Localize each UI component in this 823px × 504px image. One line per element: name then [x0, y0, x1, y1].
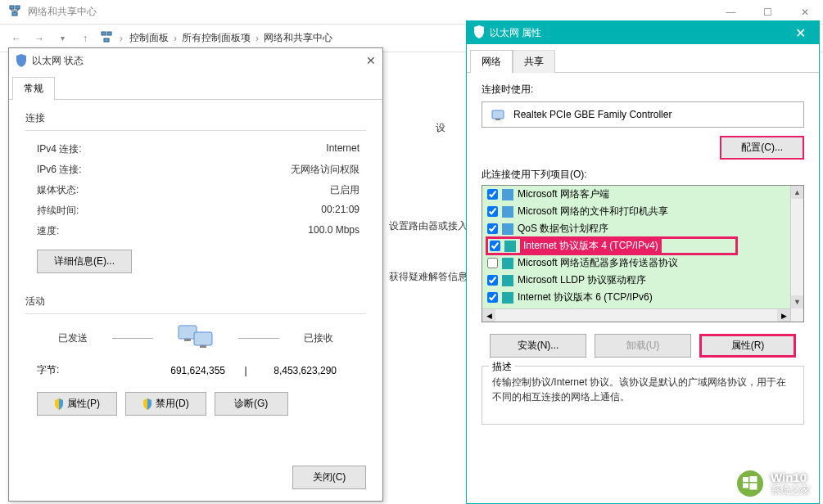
network-items-list[interactable]: Microsoft 网络客户端 Microsoft 网络的文件和打印机共享 Qo… [482, 185, 804, 322]
item-checkbox[interactable] [487, 223, 498, 234]
item-checkbox[interactable] [487, 292, 498, 303]
item-label: Microsoft LLDP 协议驱动程序 [518, 273, 646, 287]
received-label: 已接收 [304, 331, 333, 345]
protocol-icon [502, 292, 513, 304]
media-key: 媒体状态: [37, 183, 79, 197]
ipv4-key: IPv4 连接: [37, 142, 82, 156]
install-button[interactable]: 安装(N)... [490, 334, 586, 358]
divider [25, 130, 366, 131]
network-adapter-icon [491, 108, 507, 121]
description-box: 描述 传输控制协议/Internet 协议。该协议是默认的广域网络协议，用于在不… [482, 366, 804, 425]
svg-rect-16 [750, 484, 757, 490]
item-checkbox[interactable] [487, 275, 498, 286]
duration-value: 00:21:09 [321, 204, 359, 218]
bg-text: 设置路由器或接入 [389, 219, 468, 233]
close-button[interactable]: ✕ [788, 25, 812, 41]
shield-icon [473, 25, 485, 41]
item-checkbox[interactable] [490, 241, 500, 251]
speed-key: 速度: [37, 224, 59, 238]
items-label: 此连接使用下列项目(O): [482, 168, 804, 182]
activity-graphic: 已发送 已接收 [25, 322, 366, 353]
list-item[interactable]: QoS 数据包计划程序 [482, 220, 803, 237]
close-button[interactable]: ✕ [366, 54, 376, 67]
nav-forward-button[interactable]: → [31, 30, 47, 47]
close-dialog-button[interactable]: 关闭(C) [292, 466, 366, 489]
breadcrumb-sep-icon: › [120, 33, 123, 44]
activity-line [112, 338, 153, 339]
breadcrumb-item[interactable]: 网络和共享中心 [264, 31, 332, 45]
item-label: Microsoft 网络的文件和打印机共享 [518, 205, 668, 218]
app-icon [8, 4, 21, 20]
list-item-selected[interactable]: Internet 协议版本 4 (TCP/IPv4) [486, 236, 738, 255]
nav-up-button[interactable]: ↑ [77, 30, 93, 47]
properties-button[interactable]: 属性(R) [699, 334, 796, 358]
protocol-icon [502, 258, 513, 269]
description-text: 传输控制协议/Internet 协议。该协议是默认的广域网络协议，用于在不同的相… [492, 375, 794, 404]
breadcrumb-icon [100, 30, 113, 46]
svg-rect-9 [200, 345, 206, 348]
item-label: Internet 协议版本 4 (TCP/IPv4) [520, 239, 662, 253]
nav-history-button[interactable]: ▾ [54, 30, 70, 47]
breadcrumb-item[interactable]: 控制面板 [129, 31, 169, 45]
client-icon [502, 189, 513, 200]
dialog-body: 连接时使用: Realtek PCIe GBE Family Controlle… [467, 73, 819, 434]
tab-network[interactable]: 网络 [470, 50, 513, 73]
adapter-display: Realtek PCIe GBE Family Controller [482, 101, 804, 128]
item-checkbox[interactable] [487, 258, 498, 268]
description-label: 描述 [489, 360, 515, 374]
shield-icon [16, 54, 27, 67]
diagnose-button[interactable]: 诊断(G) [215, 392, 288, 416]
adapter-name: Realtek PCIe GBE Family Controller [513, 109, 672, 120]
ipv4-value: Internet [326, 142, 359, 156]
svg-rect-13 [743, 477, 748, 482]
window-title: 网络和共享中心 [28, 5, 97, 19]
activity-section-label: 活动 [25, 295, 366, 308]
scroll-left-button[interactable]: ◀ [482, 309, 495, 322]
protocol-icon [504, 241, 516, 252]
duration-key: 持续时间: [37, 204, 79, 218]
bytes-key: 字节: [37, 363, 119, 377]
divider [25, 313, 366, 314]
breadcrumb-sep-icon: › [174, 33, 177, 44]
item-action-buttons: 安装(N)... 卸载(U) 属性(R) [482, 334, 804, 358]
bytes-sent: 691,624,355 [119, 365, 225, 376]
dialog-titlebar: 以太网 属性 ✕ [467, 21, 819, 44]
service-icon [502, 206, 513, 218]
activity-line [238, 338, 279, 339]
scroll-right-button[interactable]: ▶ [777, 309, 790, 322]
scroll-down-button[interactable]: ▼ [791, 295, 803, 308]
item-checkbox[interactable] [487, 189, 498, 200]
tab-sharing[interactable]: 共享 [513, 50, 555, 73]
watermark-text: Win10 系统之家 [771, 470, 810, 496]
svg-rect-8 [184, 339, 191, 341]
breadcrumb-item[interactable]: 所有控制面板项 [182, 31, 251, 45]
list-item[interactable]: Microsoft 网络适配器多路传送器协议 [482, 254, 803, 272]
tab-general[interactable]: 常规 [12, 77, 55, 100]
nav-back-button[interactable]: ← [8, 30, 25, 47]
details-button[interactable]: 详细信息(E)... [37, 250, 132, 273]
list-item[interactable]: Microsoft LLDP 协议驱动程序 [482, 272, 803, 289]
item-label: Internet 协议版本 6 (TCP/IPv6) [518, 290, 653, 304]
scroll-up-button[interactable]: ▲ [791, 186, 803, 199]
svg-rect-15 [743, 484, 748, 488]
action-buttons: 属性(P) 禁用(D) 诊断(G) [25, 380, 366, 416]
breadcrumb: 控制面板 › 所有控制面板项 › 网络和共享中心 [129, 31, 332, 45]
bytes-received: 8,453,623,290 [266, 365, 359, 376]
configure-button[interactable]: 配置(C)... [720, 136, 804, 160]
speed-value: 100.0 Mbps [308, 224, 359, 238]
svg-rect-3 [102, 32, 106, 35]
svg-rect-14 [750, 476, 757, 482]
list-item[interactable]: Internet 协议版本 6 (TCP/IPv6) [482, 289, 803, 306]
item-checkbox[interactable] [487, 206, 498, 217]
disable-button[interactable]: 禁用(D) [125, 392, 206, 416]
breadcrumb-sep-icon: › [255, 33, 259, 44]
list-item[interactable]: Microsoft 网络的文件和打印机共享 [482, 203, 803, 220]
vertical-scrollbar[interactable]: ▲ ▼ [790, 186, 803, 322]
horizontal-scrollbar[interactable]: ◀ ▶ [482, 308, 790, 322]
properties-button[interactable]: 属性(P) [37, 392, 117, 416]
item-label: QoS 数据包计划程序 [518, 222, 608, 236]
list-item[interactable]: Microsoft 网络客户端 [482, 186, 803, 203]
bg-text: 获得疑难解答信息， [389, 270, 477, 284]
bytes-separator: | [225, 365, 266, 376]
item-label: Microsoft 网络适配器多路传送器协议 [518, 256, 678, 270]
